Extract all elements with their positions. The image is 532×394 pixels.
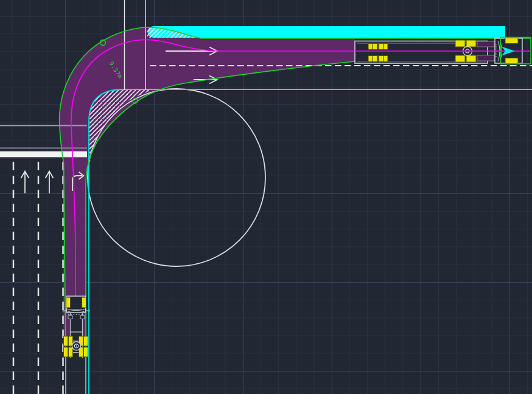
straight-arrow-2 <box>46 171 54 194</box>
traffic-island <box>148 26 506 38</box>
straight-arrow-1 <box>21 171 29 194</box>
tractor-frame-left <box>477 41 494 47</box>
corner-overhang <box>89 89 155 175</box>
kerb-lines <box>89 89 532 394</box>
cad-viewport[interactable]: 9.37m <box>0 0 532 394</box>
swept-path-fill <box>60 27 355 336</box>
swept-path-drawing: 9.37m <box>0 0 532 394</box>
envelope-inner <box>86 61 500 356</box>
tractor-frame-right <box>477 55 494 61</box>
stop-bar <box>0 151 87 157</box>
